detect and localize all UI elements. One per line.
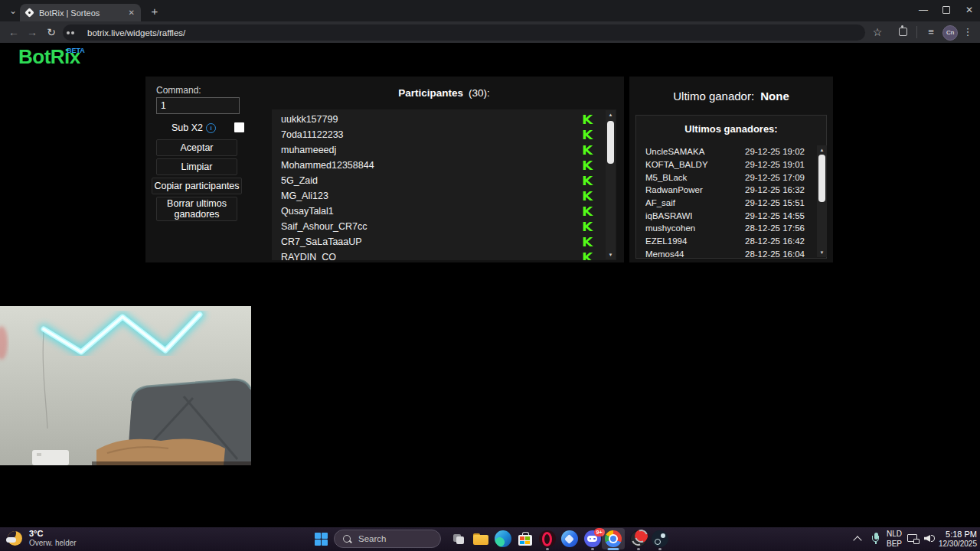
copilot-icon [561,530,578,547]
clock-time: 5:18 PM [936,529,977,540]
search-icon [343,535,351,543]
taskbar-clock[interactable]: 5:18 PM 12/30/2025 [936,529,977,549]
kick-icon: K [582,174,593,188]
participants-count: (30): [469,87,490,99]
steam-icon [652,530,668,547]
kick-icon: K [582,158,593,173]
start-button[interactable] [311,529,332,549]
chrome-button[interactable] [602,528,625,549]
taskbar-search[interactable]: Search [334,530,441,548]
participants-list: uukkk157799K7oda11122233KmuhameeedjKMoha… [272,109,616,260]
winner-time: 29-12-25 14:55 [745,211,805,220]
weather-temp: 3°C [29,529,43,538]
forward-icon[interactable]: → [24,24,40,40]
sub-x2-checkbox[interactable] [234,122,244,132]
winner-name: AF_saif [645,198,675,207]
winner-row: AF_saif29-12-25 15:51 [645,197,805,210]
microphone-icon[interactable] [872,533,880,545]
info-icon[interactable]: i [206,123,216,133]
url-text: botrix.live/widgets/raffles/ [87,28,185,37]
winners-scrollbar[interactable]: ▲ ▼ [817,145,827,257]
command-input[interactable] [156,97,240,114]
url-bar[interactable]: botrix.live/widgets/raffles/ [63,24,865,41]
file-explorer-button[interactable] [470,529,491,549]
winner-name: M5_BLack [645,173,687,182]
ring-app-button[interactable] [628,529,648,549]
participant-row: MG_Ali123K [272,188,616,204]
kick-icon: K [582,235,593,249]
scroll-down-icon[interactable]: ▼ [817,248,827,257]
clock-date: 12/30/2025 [936,540,977,549]
extensions-icon[interactable] [899,28,907,36]
kick-icon: K [582,189,593,204]
scroll-up-icon[interactable]: ▲ [817,145,827,155]
winner-name: mushycohen [645,223,695,233]
tab-close-icon[interactable]: ✕ [129,8,135,17]
tab-title: BotRix | Sorteos [39,8,126,18]
browser-tab[interactable]: BotRix | Sorteos ✕ [20,4,141,21]
winner-row: mushycohen28-12-25 17:56 [645,222,805,235]
winner-row: Memos4428-12-25 16:04 [645,248,805,258]
window-maximize-button[interactable] [939,3,954,17]
windows-logo-icon [315,533,328,546]
winner-row: M5_BLack29-12-25 17:09 [645,171,805,184]
participant-name: QusayTalal1 [281,206,334,217]
copiar-participantes-button[interactable]: Copiar participantes [152,178,242,194]
language-indicator[interactable]: NLD BEP [884,529,904,549]
winner-name: Memos44 [645,249,684,257]
window-minimize-button[interactable]: — [916,3,931,17]
weather-widget[interactable]: 3°C Overw. helder [5,527,119,551]
copilot-button[interactable] [559,529,580,549]
reload-icon[interactable]: ↻ [44,24,59,40]
borrar-ultimos-ganadores-button[interactable]: Borrar ultimos ganadores [156,197,237,221]
back-icon[interactable]: ← [6,24,21,40]
task-view-icon [453,534,465,544]
screen: ⌄ BotRix | Sorteos ✕ + — ✕ ← → ↻ botrix.… [0,0,980,551]
botrix-favicon-icon [24,8,34,18]
participant-row: RAYDIN_COK [272,249,616,260]
bookmark-star-icon[interactable]: ☆ [870,24,885,40]
participant-name: RAYDIN_CO [281,252,336,260]
window-close-button[interactable]: ✕ [962,3,977,17]
store-icon [518,532,533,546]
language-top: NLD [884,529,904,539]
webcam-feed [0,306,251,465]
opera-gx-icon [539,530,556,547]
participant-name: 7oda11122233 [281,129,344,140]
aceptar-button[interactable]: Aceptar [156,139,237,156]
new-tab-button[interactable]: + [147,4,162,19]
winner-row: EZEL199428-12-25 16:42 [645,235,805,248]
sub-x2-label: Sub X2 [172,122,203,133]
steam-button[interactable] [649,529,670,549]
edge-icon [495,530,511,547]
network-icon[interactable] [907,534,920,544]
scroll-up-icon[interactable]: ▲ [606,110,616,119]
profile-avatar[interactable]: Cn [942,25,958,41]
tab-search-chevron-icon[interactable]: ⌄ [6,5,20,17]
winner-row: UncleSAMAKA29-12-25 19:02 [645,145,805,158]
edge-button[interactable] [492,529,513,549]
participant-row: Saif_Ashour_CR7ccK [272,219,616,234]
participants-scroll-thumb[interactable] [607,121,614,164]
tray-overflow-chevron-icon[interactable] [854,536,861,543]
winner-name: KOFTA_BALDY [645,160,708,169]
participants-scrollbar[interactable]: ▲ ▼ [606,110,616,259]
participant-name: CR7_SaLaTaaaUP [281,236,362,247]
discord-button[interactable]: 9+ [582,529,603,549]
opera-gx-button[interactable] [537,529,557,549]
winner-time: 29-12-25 15:51 [745,198,805,207]
limpiar-button[interactable]: Limpiar [156,158,237,175]
discord-icon: 9+ [584,530,601,547]
participant-row: QusayTalal1K [272,204,616,219]
winner-name: RadwanPower [645,185,703,194]
side-panel-icon[interactable]: ≡ [925,26,937,38]
participant-row: 5G_ZaidK [272,173,616,188]
scroll-down-icon[interactable]: ▼ [606,250,616,259]
winner-row: KOFTA_BALDY29-12-25 19:01 [645,158,805,171]
participants-title: Participantes (30): [272,87,616,99]
browser-menu-icon[interactable]: ⋮ [962,25,973,39]
task-view-button[interactable] [449,529,469,549]
volume-icon[interactable] [924,533,936,544]
winners-scroll-thumb[interactable] [818,155,825,202]
store-button[interactable] [514,529,535,549]
